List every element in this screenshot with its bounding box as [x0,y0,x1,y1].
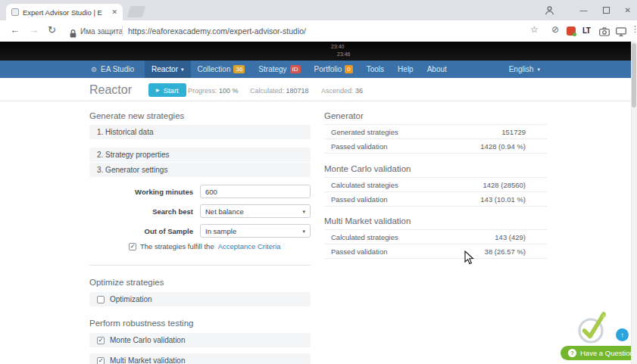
monitor-extension-icon[interactable] [616,26,626,39]
multi-market-toggle[interactable]: ✓ Multi Market validation [89,353,311,364]
collection-count-badge: 36 [233,65,245,73]
close-button[interactable]: ✕ [625,7,631,14]
portfolio-count-badge: 0 [345,65,352,73]
row-value: 143 (10.01 %) [480,195,547,204]
language-selector[interactable]: English ▾ [509,61,540,78]
accordion-label: 1. Historical data [97,128,153,136]
search-best-select[interactable]: Net balance ▾ [200,204,311,218]
red-extension-icon[interactable] [567,26,576,36]
multi-market-checkbox[interactable]: ✓ [97,357,105,364]
progress-stat: Progress: 100 % [188,87,239,95]
accordion-historical-data[interactable]: 1. Historical data [89,125,311,139]
out-of-sample-value: In sample [205,227,236,235]
ascended-value: 36 [355,87,363,95]
row-label: Generated strategies [324,128,398,136]
forward-icon[interactable]: → [29,25,39,35]
mouse-cursor [464,250,474,268]
url-text[interactable]: https://eaforexacademy.com/expert-adviso… [128,26,306,36]
monte-carlo-checkbox[interactable]: ✓ [97,337,105,344]
monte-carlo-label: Monte Carlo validation [110,336,186,344]
acceptance-criteria-link[interactable]: Acceptance Criteria [218,242,281,250]
optimization-checkbox[interactable] [97,296,105,303]
acceptance-checkbox[interactable]: ✓ [129,243,136,250]
start-button[interactable]: ▶ Start [148,83,186,97]
video-time-b: 23:46 [337,51,351,57]
optimize-strategies-heading: Optimize strategies [89,278,164,287]
nav-item-portfolio[interactable]: Portfolio 0 [308,61,360,78]
multi-market-results-table: Calculated strategies 143 (429) Passed v… [324,229,547,259]
maximize-button[interactable] [603,7,610,14]
language-label: English [509,65,534,73]
scrollbar-track[interactable] [631,42,637,364]
tab-title: Expert Advisor Studio | E [23,8,108,17]
lock-icon[interactable] [70,27,77,41]
minimize-button[interactable]: — [580,7,588,14]
monte-carlo-toggle[interactable]: ✓ Monte Carlo validation [89,333,311,347]
ascended-label: Ascended: [321,87,354,95]
accordion-label: 2. Strategy properties [97,151,170,159]
nav-item-tools[interactable]: Tools [360,61,391,78]
refresh-icon[interactable]: ↻ [48,25,56,35]
nav-item-about[interactable]: About [420,61,454,78]
nav-item-collection[interactable]: Collection 36 [191,61,252,78]
back-icon[interactable]: ← [10,25,20,35]
play-icon: ▶ [156,88,160,92]
table-row: Generated strategies 151729 [324,125,547,139]
row-value: 38 (26.57 %) [485,247,547,256]
table-row: Passed validation 143 (10.01 %) [324,192,547,207]
page-header: Reactor ▶ Start Progress: 100 % Calculat… [0,78,637,101]
start-label: Start [164,86,179,95]
nav-item-strategy[interactable]: Strategy ID [251,61,307,78]
have-a-question-button[interactable]: ? Have a Question? [560,346,637,360]
optimization-toggle[interactable]: Optimization [89,292,311,306]
row-value: 143 (429) [495,233,547,241]
video-time-a: 23:40 [331,44,345,49]
table-row: Calculated strategies 1428 (28560) [324,178,547,192]
progress-value: 100 % [219,87,239,95]
adblock-extension-icon[interactable]: ⊘ [551,25,559,34]
row-label: Passed validation [324,247,387,256]
lt-extension-icon[interactable]: LT [582,26,590,35]
generator-results-table: Generated strategies 151729 Passed valid… [324,124,547,154]
security-label: Има защита [80,27,123,36]
bookmark-star-icon[interactable]: ☆ [530,25,539,34]
row-label: Passed validation [324,195,387,204]
browser-menu-icon[interactable]: ⋮ [631,25,637,33]
calculated-value: 180718 [286,87,309,95]
profile-icon[interactable] [545,5,554,15]
nav-item-help[interactable]: Help [391,61,420,78]
window-controls: — ✕ [545,0,631,20]
working-minutes-input[interactable] [200,185,311,198]
address-divider [122,26,123,36]
scrollbar-thumb[interactable] [632,43,636,107]
new-tab-button[interactable] [127,6,146,17]
brand-label: EA Studio [101,65,134,73]
brand-ea-studio[interactable]: ⚙ EA Studio [91,61,134,78]
nav-label: Tools [367,65,384,73]
tab-close-icon[interactable]: ✕ [111,8,117,16]
chevron-down-icon: ▾ [537,67,540,72]
out-of-sample-select[interactable]: In sample ▾ [200,224,311,238]
nav-label: Reactor [151,65,178,73]
nav-label: Help [398,65,414,73]
table-row: Calculated strategies 143 (429) [324,230,547,244]
camera-extension-icon[interactable] [599,26,610,39]
working-minutes-label: Working minutes [102,188,193,196]
accordion-strategy-properties[interactable]: 2. Strategy properties [89,148,311,162]
accordion-label: 3. Generator settings [97,166,167,174]
optimization-label: Optimization [110,295,152,303]
calculated-stat: Calculated: 180718 [250,87,309,95]
out-of-sample-label: Out of Sample [102,227,193,235]
scroll-to-top-button[interactable]: ↑ [616,328,629,341]
multi-market-results-heading: Multi Market validation [324,216,411,226]
chevron-down-icon: ▾ [181,67,184,72]
calculated-label: Calculated: [250,87,284,95]
row-value: 1428 (28560) [482,181,547,189]
accordion-generator-settings[interactable]: 3. Generator settings [89,163,311,177]
nav-label: Collection [198,65,231,73]
browser-tab[interactable]: Expert Advisor Studio | E ✕ [6,4,123,20]
robustness-heading: Perform robustness testing [89,319,193,328]
browser-window: Expert Advisor Studio | E ✕ — ✕ ← → ↻ Им… [0,0,637,364]
generator-results-heading: Generator [324,111,364,120]
nav-item-reactor[interactable]: Reactor ▾ [145,61,191,78]
